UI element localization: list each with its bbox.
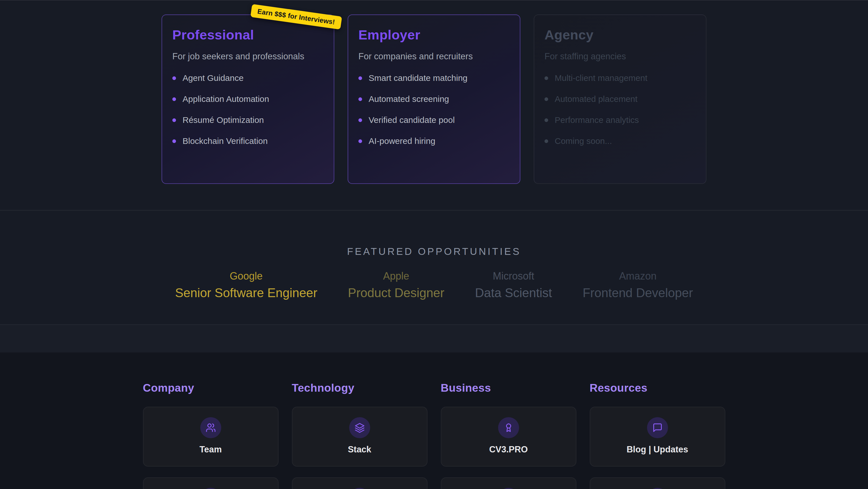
plan-subtitle: For job seekers and professionals	[173, 51, 324, 62]
footer-column-resources: Resources Blog | Updates	[590, 382, 725, 489]
plans-row: Professional For job seekers and profess…	[162, 15, 707, 184]
plan-feature: Application Automation	[173, 94, 324, 104]
plan-feature-label: Verified candidate pool	[369, 115, 455, 125]
footer-card-partial[interactable]	[292, 477, 428, 489]
plan-feature: AI-powered hiring	[359, 136, 510, 146]
bullet-icon	[359, 76, 362, 80]
bullet-icon	[173, 76, 176, 80]
footer-card-stack[interactable]: Stack	[292, 407, 428, 467]
footer-column-heading: Technology	[292, 382, 428, 394]
bullet-icon	[359, 97, 362, 101]
plan-feature: Blockchain Verification	[173, 136, 324, 146]
bullet-icon	[545, 76, 548, 80]
featured-role: Product Designer	[348, 286, 444, 300]
footer-card-partial[interactable]	[590, 477, 725, 489]
plan-subtitle: For staffing agencies	[545, 51, 696, 62]
plan-feature-list: Agent Guidance Application Automation Ré…	[173, 73, 324, 146]
plan-feature-label: Coming soon...	[555, 136, 612, 146]
bullet-icon	[545, 139, 548, 143]
plan-feature: Agent Guidance	[173, 73, 324, 83]
footer-column-technology: Technology Stack	[292, 382, 428, 489]
plan-title: Professional	[173, 27, 324, 42]
plan-feature-label: Smart candidate matching	[369, 73, 468, 83]
footer-card-team[interactable]: Team	[143, 407, 279, 467]
bullet-icon	[173, 118, 176, 122]
footer-card-label: Blog | Updates	[627, 444, 688, 455]
plan-feature-label: Performance analytics	[555, 115, 639, 125]
featured-company: Microsoft	[475, 270, 552, 282]
plan-feature: Smart candidate matching	[359, 73, 510, 83]
bullet-icon	[359, 118, 362, 122]
footer-card-partial[interactable]	[441, 477, 577, 489]
plan-feature: Résumé Optimization	[173, 115, 324, 125]
footer: Company Team Technolo	[0, 352, 868, 489]
hidden-icon	[200, 488, 221, 489]
footer-column-heading: Business	[441, 382, 577, 394]
bullet-icon	[173, 139, 176, 143]
plan-feature-label: Automated screening	[369, 94, 449, 104]
bullet-icon	[545, 118, 548, 122]
plan-feature: Verified candidate pool	[359, 115, 510, 125]
footer-card-label: Stack	[348, 444, 371, 455]
plan-feature-list: Multi-client management Automated placem…	[545, 73, 696, 146]
featured-role: Senior Software Engineer	[175, 286, 317, 300]
plan-feature-label: Blockchain Verification	[183, 136, 268, 146]
hidden-icon	[647, 488, 668, 489]
footer-column-company: Company Team	[143, 382, 279, 489]
featured-company: Google	[175, 270, 317, 282]
footer-card-label: CV3.PRO	[489, 444, 528, 455]
featured-item-amazon[interactable]: Amazon Frontend Developer	[583, 270, 693, 300]
footer-column-heading: Company	[143, 382, 279, 394]
hidden-icon	[498, 488, 519, 489]
plan-subtitle: For companies and recruiters	[359, 51, 510, 62]
plan-feature-label: AI-powered hiring	[369, 136, 435, 146]
plan-feature-label: Multi-client management	[555, 73, 648, 83]
plan-feature-label: Automated placement	[555, 94, 638, 104]
footer-column-business: Business CV3.PRO	[441, 382, 577, 489]
page: Earn $$$ for Interviews! Professional Fo…	[0, 0, 868, 489]
featured-item-apple[interactable]: Apple Product Designer	[348, 270, 444, 300]
footer-grid: Company Team Technolo	[143, 382, 725, 489]
footer-column-heading: Resources	[590, 382, 725, 394]
plan-feature: Multi-client management	[545, 73, 696, 83]
bullet-icon	[173, 97, 176, 101]
plan-feature-label: Application Automation	[183, 94, 269, 104]
plan-card-professional[interactable]: Professional For job seekers and profess…	[162, 15, 335, 184]
plans-section: Earn $$$ for Interviews! Professional Fo…	[0, 1, 868, 210]
plan-feature-label: Résumé Optimization	[183, 115, 264, 125]
plan-card-employer[interactable]: Employer For companies and recruiters Sm…	[348, 15, 521, 184]
featured-item-google[interactable]: Google Senior Software Engineer	[175, 270, 317, 300]
footer-card-label: Team	[199, 444, 222, 455]
message-icon	[647, 417, 668, 438]
hidden-icon	[349, 488, 370, 489]
spacer-band	[0, 325, 868, 352]
footer-card-cv3pro[interactable]: CV3.PRO	[441, 407, 577, 467]
plan-feature-label: Agent Guidance	[183, 73, 244, 83]
plan-title: Agency	[545, 27, 696, 42]
footer-card-blog[interactable]: Blog | Updates	[590, 407, 725, 467]
featured-item-microsoft[interactable]: Microsoft Data Scientist	[475, 270, 552, 300]
footer-card-partial[interactable]	[143, 477, 279, 489]
plan-feature: Performance analytics	[545, 115, 696, 125]
featured-company: Apple	[348, 270, 444, 282]
plan-feature: Coming soon...	[545, 136, 696, 146]
layers-icon	[349, 417, 370, 438]
featured-carousel: Google Senior Software Engineer Apple Pr…	[0, 270, 868, 300]
plan-feature-list: Smart candidate matching Automated scree…	[359, 73, 510, 146]
plan-title: Employer	[359, 27, 510, 42]
plan-feature: Automated placement	[545, 94, 696, 104]
footer-inner: Company Team Technolo	[143, 352, 725, 489]
featured-opportunities-section: FEATURED OPPORTUNITIES Google Senior Sof…	[0, 210, 868, 325]
award-icon	[498, 417, 519, 438]
featured-heading: FEATURED OPPORTUNITIES	[0, 210, 868, 257]
users-icon	[200, 417, 221, 438]
plan-feature: Automated screening	[359, 94, 510, 104]
featured-role: Data Scientist	[475, 286, 552, 300]
plan-card-agency: Agency For staffing agencies Multi-clien…	[534, 15, 707, 184]
bullet-icon	[359, 139, 362, 143]
bullet-icon	[545, 97, 548, 101]
featured-company: Amazon	[583, 270, 693, 282]
featured-role: Frontend Developer	[583, 286, 693, 300]
